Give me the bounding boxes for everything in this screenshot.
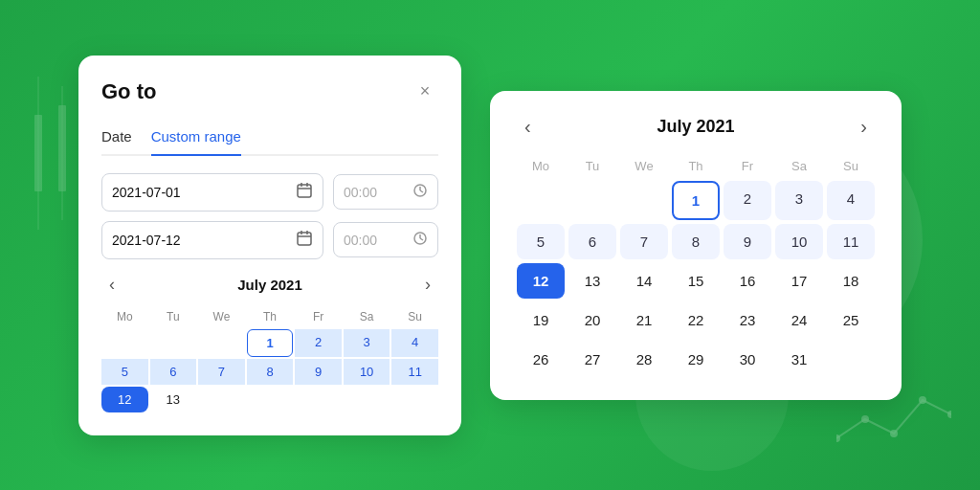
mini-cell-empty-1 — [101, 329, 148, 357]
right-day-tu: Tu — [568, 155, 616, 177]
mini-cell-empty-7 — [344, 387, 390, 412]
end-date-input-wrap — [101, 221, 323, 259]
mini-cell-7[interactable]: 7 — [198, 359, 245, 385]
calendar-icon-1 — [296, 182, 313, 203]
r-empty-3 — [620, 181, 668, 220]
r-cell-24[interactable]: 24 — [775, 302, 823, 338]
end-time-input[interactable] — [344, 233, 405, 248]
mini-cell-empty-5 — [247, 387, 294, 412]
right-day-we: We — [620, 155, 668, 177]
end-time-input-wrap — [333, 222, 438, 257]
mini-cell-8[interactable]: 8 — [247, 359, 294, 385]
mini-cell-empty-3 — [198, 329, 245, 357]
mini-cal-next[interactable]: › — [417, 273, 438, 297]
r-cell-11[interactable]: 11 — [827, 224, 875, 259]
right-day-th: Th — [672, 155, 720, 177]
r-cell-31[interactable]: 31 — [775, 342, 823, 377]
mini-cell-12[interactable]: 12 — [101, 387, 148, 412]
r-cell-22[interactable]: 22 — [672, 302, 720, 338]
r-cell-29[interactable]: 29 — [672, 342, 720, 377]
svg-rect-11 — [298, 185, 311, 197]
r-cell-26[interactable]: 26 — [517, 342, 565, 377]
mini-day-header-fr: Fr — [295, 306, 342, 327]
mini-cell-1[interactable]: 1 — [247, 329, 294, 357]
mini-day-header-we: We — [198, 306, 245, 327]
mini-cell-3[interactable]: 3 — [344, 329, 390, 357]
mini-cell-empty-6 — [295, 387, 342, 412]
r-cell-23[interactable]: 23 — [724, 302, 771, 338]
clock-icon-1 — [412, 183, 428, 201]
right-cal-nav: ‹ July 2021 › — [517, 114, 875, 140]
r-cell-19[interactable]: 19 — [517, 302, 565, 338]
r-cell-10[interactable]: 10 — [775, 224, 823, 259]
left-panel: Go to × Date Custom range — [78, 56, 461, 435]
r-cell-6[interactable]: 6 — [568, 224, 616, 259]
start-date-input-wrap — [101, 173, 323, 212]
r-cell-28[interactable]: 28 — [620, 342, 668, 377]
mini-cell-6[interactable]: 6 — [150, 359, 197, 385]
r-cell-25[interactable]: 25 — [827, 302, 875, 338]
right-cal-prev[interactable]: ‹ — [517, 114, 539, 140]
r-cell-14[interactable]: 14 — [620, 263, 668, 299]
r-cell-7[interactable]: 7 — [620, 224, 668, 259]
mini-cell-4[interactable]: 4 — [391, 329, 438, 357]
r-cell-15[interactable]: 15 — [672, 263, 720, 299]
tab-date[interactable]: Date — [101, 122, 132, 154]
r-empty-2 — [568, 181, 616, 220]
right-cal-next[interactable]: › — [853, 114, 875, 140]
start-date-input[interactable] — [112, 185, 288, 200]
r-cell-9[interactable]: 9 — [724, 224, 771, 259]
mini-cell-5[interactable]: 5 — [101, 359, 148, 385]
right-day-sa: Sa — [775, 155, 823, 177]
r-cell-17[interactable]: 17 — [775, 263, 823, 299]
r-cell-3[interactable]: 3 — [775, 181, 823, 220]
r-cell-20[interactable]: 20 — [568, 302, 616, 338]
clock-icon-2 — [412, 231, 428, 249]
r-cell-27[interactable]: 27 — [568, 342, 616, 377]
tab-custom-range[interactable]: Custom range — [151, 122, 241, 154]
mini-cell-13[interactable]: 13 — [150, 387, 197, 412]
r-cell-21[interactable]: 21 — [620, 302, 668, 338]
mini-day-header-sa: Sa — [344, 306, 390, 327]
mini-day-header-mo: Mo — [101, 306, 148, 327]
mini-day-header-th: Th — [247, 306, 294, 327]
panel-title: Go to — [101, 79, 156, 104]
mini-cell-empty-8 — [391, 387, 438, 412]
right-day-fr: Fr — [724, 155, 771, 177]
right-cal-grid: Mo Tu We Th Fr Sa Su 1 2 3 4 5 6 7 8 9 1… — [517, 155, 875, 377]
r-cell-16[interactable]: 16 — [724, 263, 771, 299]
right-day-su: Su — [827, 155, 875, 177]
r-cell-8[interactable]: 8 — [672, 224, 720, 259]
start-time-input[interactable] — [344, 185, 405, 200]
r-cell-5[interactable]: 5 — [517, 224, 565, 259]
r-cell-13[interactable]: 13 — [568, 263, 616, 299]
r-cell-2[interactable]: 2 — [724, 181, 771, 220]
right-panel: ‹ July 2021 › Mo Tu We Th Fr Sa Su 1 2 3… — [490, 91, 902, 400]
end-date-input[interactable] — [112, 233, 288, 248]
r-empty-1 — [517, 181, 565, 220]
r-empty-last — [827, 342, 875, 377]
svg-line-17 — [420, 190, 423, 192]
tab-bar: Date Custom range — [101, 122, 438, 156]
mini-day-header-tu: Tu — [150, 306, 197, 327]
r-cell-12[interactable]: 12 — [517, 263, 565, 299]
start-time-input-wrap — [333, 174, 438, 210]
r-cell-1[interactable]: 1 — [672, 181, 720, 220]
r-cell-18[interactable]: 18 — [827, 263, 875, 299]
panel-header: Go to × — [101, 78, 438, 105]
svg-line-24 — [420, 238, 423, 240]
mini-cell-11[interactable]: 11 — [391, 359, 438, 385]
mini-cal-month: July 2021 — [237, 277, 302, 293]
close-button[interactable]: × — [412, 78, 438, 105]
mini-cell-10[interactable]: 10 — [344, 359, 390, 385]
svg-rect-18 — [298, 233, 311, 245]
right-cal-month: July 2021 — [657, 117, 734, 137]
mini-cell-9[interactable]: 9 — [295, 359, 342, 385]
mini-cell-empty-4 — [198, 387, 245, 412]
mini-calendar: ‹ July 2021 › Mo Tu We Th Fr Sa Su 1 2 3 — [101, 273, 438, 412]
mini-cell-2[interactable]: 2 — [295, 329, 342, 357]
mini-cal-prev[interactable]: ‹ — [101, 273, 122, 297]
r-cell-30[interactable]: 30 — [724, 342, 771, 377]
mini-day-header-su: Su — [391, 306, 438, 327]
r-cell-4[interactable]: 4 — [827, 181, 875, 220]
